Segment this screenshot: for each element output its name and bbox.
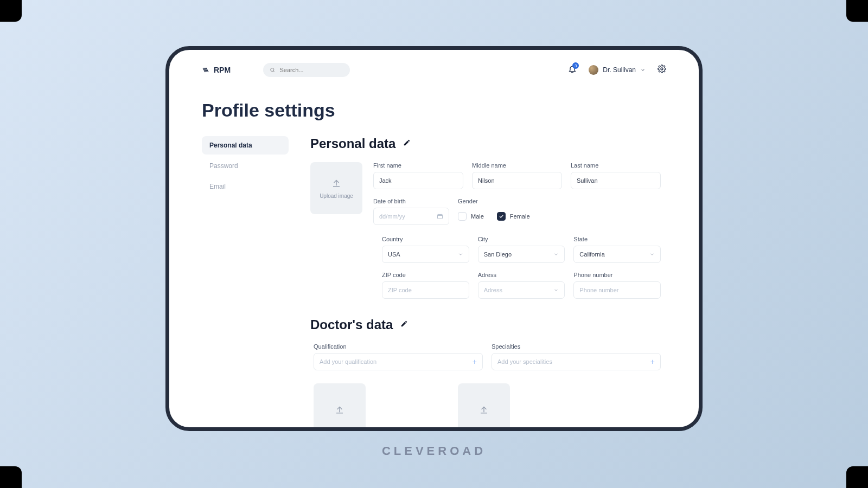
corner-decoration [0,0,22,22]
search-icon [270,67,275,73]
edit-doctor-button[interactable] [400,320,408,330]
svg-rect-2 [438,215,443,219]
contact-row: ZIP code ZIP code Adress Adress Phone nu… [310,272,661,299]
chevron-down-icon [553,287,559,293]
select-state[interactable]: California [573,246,661,263]
select-address[interactable]: Adress [478,281,565,299]
location-row: Country USA City San Diego [310,236,661,263]
checkbox-box [458,212,467,221]
label-qualification: Qualification [314,343,483,350]
phone-placeholder: Phone number [579,287,618,293]
check-icon [499,214,504,219]
field-specialties: Specialties Add your specialities + [492,343,661,370]
chevron-down-icon [458,252,463,257]
doctor-section: Doctor's data Qualification Add your qua… [310,317,661,427]
select-city[interactable]: San Diego [478,246,565,263]
field-gender: Gender Male [458,198,661,225]
label-gender: Gender [458,198,661,204]
input-dob[interactable]: dd/mm/yy [373,208,449,225]
field-first-name: First name [373,162,463,189]
label-country: Country [382,236,469,242]
page-title: Profile settings [202,100,666,121]
topbar: RPM 3 Dr. Sullivan [202,62,666,78]
upload-icon [335,404,344,414]
plus-icon: + [473,357,477,366]
pencil-icon [400,320,408,328]
field-country: Country USA [382,236,469,263]
notifications-badge: 3 [572,62,579,69]
gender-male-checkbox[interactable]: Male [458,212,484,221]
doctor-row: Qualification Add your qualification + S… [310,343,661,370]
label-middle-name: Middle name [472,162,562,169]
gender-female-label: Female [510,213,530,220]
user-name: Dr. Sullivan [603,66,636,74]
field-last-name: Last name [571,162,661,189]
section-title-doctor: Doctor's data [310,317,393,332]
svg-point-1 [661,68,663,70]
upload-license[interactable] [458,383,510,427]
search-input[interactable] [280,67,344,73]
chevron-down-icon [649,252,655,257]
input-first-name[interactable] [373,172,463,189]
upload-row [310,383,661,427]
screen: RPM 3 Dr. Sullivan [169,50,699,427]
avatar [589,65,598,75]
brand[interactable]: RPM [202,66,231,74]
label-specialties: Specialties [492,343,661,350]
label-first-name: First name [373,162,463,169]
last-name-field[interactable] [577,177,655,184]
qualification-placeholder: Add your qualification [320,358,376,365]
chevron-down-icon [553,252,559,257]
tab-email[interactable]: Email [202,177,289,196]
gender-male-label: Male [471,213,484,220]
gender-options: Male Female [458,208,661,225]
section-head-personal: Personal data [310,136,661,151]
middle-name-field[interactable] [478,177,556,184]
notifications-button[interactable]: 3 [568,65,577,75]
brand-name: RPM [214,66,231,74]
body: Personal data Password Email Personal da… [202,136,666,427]
device-frame: RPM 3 Dr. Sullivan [165,46,703,431]
svg-point-0 [271,68,274,72]
watermark: CLEVEROAD [382,444,486,458]
chevron-down-icon [640,67,646,73]
input-specialties[interactable]: Add your specialities + [492,353,661,370]
user-menu[interactable]: Dr. Sullivan [589,65,646,75]
settings-button[interactable] [658,65,666,75]
search-input-wrap[interactable] [263,63,350,77]
pencil-icon [403,139,411,146]
field-qualification: Qualification Add your qualification + [314,343,483,370]
dob-gender-row: Date of birth dd/mm/yy Gender [373,198,661,225]
corner-decoration [846,466,868,488]
select-country[interactable]: USA [382,246,469,263]
gender-female-checkbox[interactable]: Female [497,212,530,221]
specialties-placeholder: Add your specialities [497,358,552,365]
address-placeholder: Adress [484,287,502,293]
field-phone: Phone number Phone number [573,272,661,299]
label-phone: Phone number [573,272,661,278]
city-value: San Diego [484,251,512,258]
label-zip: ZIP code [382,272,469,278]
field-state: State California [573,236,661,263]
upload-photo-id[interactable] [314,383,366,427]
country-value: USA [388,251,400,258]
plus-icon: + [650,357,655,366]
brand-logo-icon [202,66,210,74]
dob-placeholder: dd/mm/yy [379,213,405,220]
tab-password[interactable]: Password [202,157,289,175]
upload-image-label: Upload image [320,193,353,199]
upload-image-box[interactable]: Upload image [310,162,362,214]
input-last-name[interactable] [571,172,661,189]
label-dob: Date of birth [373,198,449,204]
label-city: City [478,236,565,242]
checkbox-box [497,212,506,221]
first-name-field[interactable] [379,177,457,184]
fields: First name Middle name Last name [373,162,661,234]
input-zip[interactable]: ZIP code [382,281,469,299]
input-phone[interactable]: Phone number [573,281,661,299]
input-middle-name[interactable] [472,172,562,189]
input-qualification[interactable]: Add your qualification + [314,353,483,370]
tab-personal-data[interactable]: Personal data [202,136,289,155]
edit-personal-button[interactable] [403,139,411,149]
personal-grid: Upload image First name Middle name [310,162,661,234]
